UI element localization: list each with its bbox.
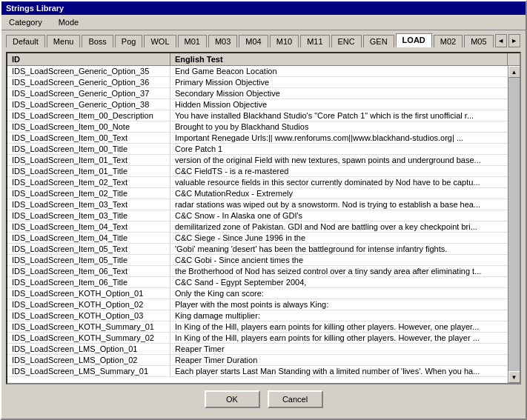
table-row[interactable]: IDS_LoadScreen_Item_00_TitleCore Patch 1 — [7, 144, 508, 155]
cell-id: IDS_LoadScreen_Generic_Option_37 — [7, 88, 170, 99]
footer: OK Cancel — [6, 384, 521, 414]
tab-m11[interactable]: M11 — [300, 35, 329, 47]
cell-text: Reaper Timer — [170, 344, 508, 354]
tab-gen[interactable]: GEN — [363, 35, 394, 47]
table-scroll-area: IDS_LoadScreen_Generic_Option_35End Game… — [7, 66, 520, 383]
cell-id: IDS_LoadScreen_Item_06_Title — [7, 277, 170, 287]
cell-id: IDS_LoadScreen_Item_05_Title — [7, 255, 170, 265]
table-row[interactable]: IDS_LoadScreen_Item_01_Textversion of th… — [7, 155, 508, 166]
cell-id: IDS_LoadScreen_KOTH_Option_03 — [7, 310, 170, 321]
cell-id: IDS_LoadScreen_LMS_Option_01 — [7, 344, 170, 354]
tab-m04[interactable]: M04 — [239, 35, 268, 47]
table-row[interactable]: IDS_LoadScreen_Generic_Option_38Hidden M… — [7, 99, 508, 110]
table-row[interactable]: IDS_LoadScreen_Item_00_NoteBrought to yo… — [7, 121, 508, 133]
content-area: ID English Test IDS_LoadScreen_Generic_O… — [1, 47, 526, 419]
cell-id: IDS_LoadScreen_Item_02_Title — [7, 188, 170, 199]
table-row[interactable]: IDS_LoadScreen_KOTH_Summary_01In King of… — [7, 321, 508, 333]
table-row[interactable]: IDS_LoadScreen_Generic_Option_36Primary … — [7, 77, 508, 88]
tab-wol[interactable]: WOL — [144, 35, 176, 47]
tab-nav-left[interactable]: ◄ — [495, 34, 507, 47]
table-row[interactable]: IDS_LoadScreen_Item_04_TitleC&C Siege - … — [7, 233, 508, 244]
ok-button[interactable]: OK — [205, 390, 260, 408]
cell-id: IDS_LoadScreen_Item_04_Text — [7, 221, 170, 232]
tab-m05[interactable]: M05 — [464, 35, 493, 47]
table-row[interactable]: IDS_LoadScreen_Item_06_Textthe Brotherho… — [7, 266, 508, 277]
cell-id: IDS_LoadScreen_Item_00_Text — [7, 133, 170, 143]
table-row[interactable]: IDS_LoadScreen_Item_02_TitleC&C Mutation… — [7, 188, 508, 199]
table-row[interactable]: IDS_LoadScreen_Item_06_TitleC&C Sand - E… — [7, 277, 508, 288]
cell-id: IDS_LoadScreen_LMS_Option_02 — [7, 355, 170, 365]
cell-id: IDS_LoadScreen_KOTH_Summary_02 — [7, 333, 170, 343]
table-row[interactable]: IDS_LoadScreen_Item_04_Textdemilitarized… — [7, 221, 508, 233]
cell-text: End Game Beacon Location — [170, 66, 508, 76]
cell-text: Only the King can score: — [170, 288, 508, 299]
cell-id: IDS_LoadScreen_Item_00_Note — [7, 121, 170, 132]
cell-id: IDS_LoadScreen_Item_01_Title — [7, 166, 170, 176]
scroll-track[interactable] — [508, 78, 520, 371]
column-header-text: English Test — [170, 53, 508, 65]
table-row[interactable]: IDS_LoadScreen_Generic_Option_35End Game… — [7, 66, 508, 77]
tab-m10[interactable]: M10 — [270, 35, 299, 47]
cell-text: C&C MutationRedux - Extremely — [170, 188, 508, 199]
table-row[interactable]: IDS_LoadScreen_KOTH_Option_02Player with… — [7, 299, 508, 310]
scrollbar[interactable]: ▲ ▼ — [508, 66, 520, 383]
cell-text: Important Renegade Urls:|| www.renforums… — [170, 133, 508, 143]
tab-m02[interactable]: M02 — [434, 35, 463, 47]
table-row[interactable]: IDS_LoadScreen_Item_01_TitleC&C FieldTS … — [7, 166, 508, 177]
cell-text: version of the original Field with new t… — [170, 155, 508, 165]
table-row[interactable]: IDS_LoadScreen_Item_05_TitleC&C Gobi - S… — [7, 255, 508, 266]
tab-menu[interactable]: Menu — [47, 35, 81, 47]
tab-boss[interactable]: Boss — [82, 35, 113, 47]
tab-load[interactable]: LOAD — [396, 33, 432, 47]
cell-text: In King of the Hill, players earn points… — [170, 333, 508, 343]
table-row[interactable]: IDS_LoadScreen_LMS_Option_02Reaper Timer… — [7, 355, 508, 366]
scroll-down-button[interactable]: ▼ — [508, 371, 520, 383]
tab-nav-right[interactable]: ► — [508, 34, 520, 47]
tab-m03[interactable]: M03 — [208, 35, 237, 47]
cell-text: valuable resource fields in this sector … — [170, 177, 508, 187]
table-row[interactable]: IDS_LoadScreen_Generic_Option_37Secondar… — [7, 88, 508, 99]
table-row[interactable]: IDS_LoadScreen_Item_03_TitleC&C Snow - I… — [7, 210, 508, 221]
cell-id: IDS_LoadScreen_KOTH_Option_01 — [7, 288, 170, 299]
cell-id: IDS_LoadScreen_Generic_Option_36 — [7, 77, 170, 87]
table-row[interactable]: IDS_LoadScreen_KOTH_Summary_02In King of… — [7, 333, 508, 344]
cell-text: Secondary Mission Objective — [170, 88, 508, 99]
tab-default[interactable]: Default — [6, 35, 45, 47]
tab-enc[interactable]: ENC — [331, 35, 362, 47]
cell-text: Core Patch 1 — [170, 144, 508, 154]
menu-mode[interactable]: Mode — [54, 16, 84, 28]
cell-id: IDS_LoadScreen_Item_01_Text — [7, 155, 170, 165]
cell-id: IDS_LoadScreen_KOTH_Summary_01 — [7, 321, 170, 332]
cell-text: C&C Sand - Egypt September 2004, — [170, 277, 508, 287]
cell-text: C&C Siege - Since June 1996 in the — [170, 233, 508, 243]
cell-text: C&C Snow - In Alaska one of GDI's — [170, 210, 508, 221]
cell-text: Brought to you by Blackhand Studios — [170, 121, 508, 132]
cell-text: Hidden Mission Objective — [170, 99, 508, 110]
table-body: IDS_LoadScreen_Generic_Option_35End Game… — [7, 66, 508, 383]
tab-m01[interactable]: M01 — [178, 35, 207, 47]
table-row[interactable]: IDS_LoadScreen_Item_02_Textvaluable reso… — [7, 177, 508, 188]
table-row[interactable]: IDS_LoadScreen_Item_00_DescriptionYou ha… — [7, 110, 508, 121]
main-window: Strings Library Category Mode DefaultMen… — [0, 0, 527, 420]
table-row[interactable]: IDS_LoadScreen_Item_00_TextImportant Ren… — [7, 133, 508, 144]
table-row[interactable]: IDS_LoadScreen_KOTH_Option_03King damage… — [7, 310, 508, 321]
cell-text: You have installed Blackhand Studio's "C… — [170, 110, 508, 121]
table-row[interactable]: IDS_LoadScreen_Item_03_Textradar station… — [7, 199, 508, 210]
cancel-button[interactable]: Cancel — [268, 390, 323, 408]
menu-category[interactable]: Category — [4, 16, 47, 28]
table-row[interactable]: IDS_LoadScreen_KOTH_Option_01Only the Ki… — [7, 288, 508, 299]
table-row[interactable]: IDS_LoadScreen_Item_05_Text'Gobi' meanin… — [7, 244, 508, 255]
cell-id: IDS_LoadScreen_LMS_Summary_01 — [7, 366, 170, 376]
tabs-container: DefaultMenuBossPogWOLM01M03M04M10M11ENCG… — [1, 30, 526, 47]
cell-id: IDS_LoadScreen_KOTH_Option_02 — [7, 299, 170, 310]
cell-text: In King of the Hill, players earn points… — [170, 321, 508, 332]
table-row[interactable]: IDS_LoadScreen_LMS_Summary_01Each player… — [7, 366, 508, 377]
cell-id: IDS_LoadScreen_Item_05_Text — [7, 244, 170, 254]
scroll-up-button[interactable]: ▲ — [508, 66, 520, 78]
cell-text: 'Gobi' meaning 'desert' has been the bat… — [170, 244, 508, 254]
cell-id: IDS_LoadScreen_Item_03_Title — [7, 210, 170, 221]
tab-pog[interactable]: Pog — [115, 35, 143, 47]
table-row[interactable]: IDS_LoadScreen_LMS_Option_01Reaper Timer — [7, 344, 508, 355]
cell-id: IDS_LoadScreen_Item_00_Title — [7, 144, 170, 154]
cell-text: Reaper Timer Duration — [170, 355, 508, 365]
